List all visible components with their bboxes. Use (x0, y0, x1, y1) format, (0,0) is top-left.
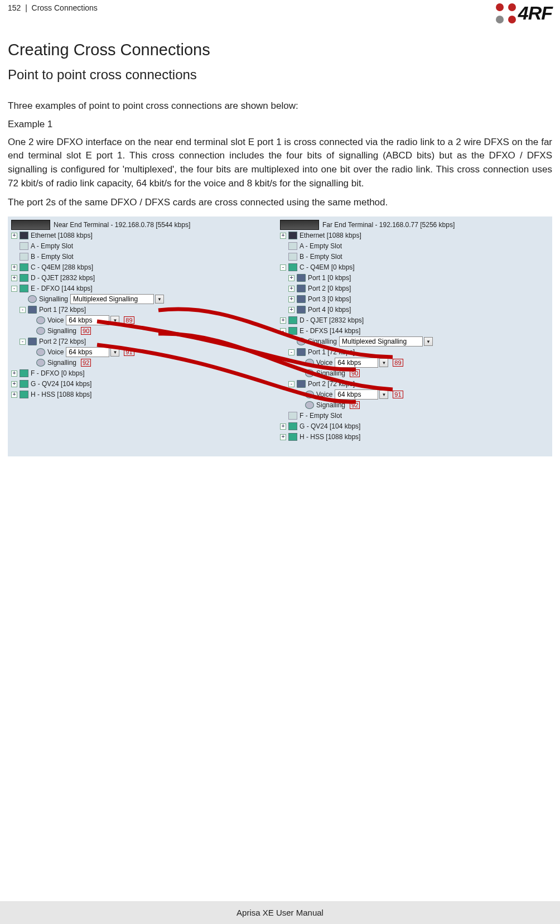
tree-item[interactable]: +H - HSS [1088 kbps] (11, 389, 280, 400)
tree-item[interactable]: +Ethernet [1088 kbps] (11, 230, 280, 241)
tree-item[interactable]: B - Empty Slot (280, 252, 549, 262)
page-footer: Aprisa XE User Manual (0, 901, 560, 924)
signalling-select[interactable] (339, 336, 423, 346)
signalling-sub-row[interactable]: Signalling 92 (11, 358, 280, 368)
tree-item[interactable]: +Ethernet [1088 kbps] (280, 230, 549, 241)
expand-icon[interactable]: + (280, 233, 286, 239)
expand-icon[interactable]: + (288, 307, 295, 313)
card-icon (288, 327, 297, 335)
gear-icon (36, 327, 45, 335)
tree-item[interactable]: -Port 1 [72 kbps] (280, 347, 549, 358)
signalling-sub-row[interactable]: Signalling 90 (11, 326, 280, 336)
voice-select[interactable] (66, 315, 109, 325)
card-icon (20, 391, 28, 398)
tree-root[interactable]: Near End Terminal - 192.168.0.78 [5544 k… (11, 220, 280, 230)
expand-icon[interactable]: + (288, 286, 295, 292)
chevron-down-icon[interactable]: ▼ (379, 358, 388, 367)
slot-icon (20, 253, 28, 261)
tree-root[interactable]: Far End Terminal - 192.168.0.77 [5256 kb… (280, 220, 549, 230)
port-icon (297, 295, 306, 303)
tree-item[interactable]: +H - HSS [1088 kbps] (280, 432, 549, 442)
footer-text: Aprisa XE User Manual (236, 908, 324, 917)
tree-item[interactable]: A - Empty Slot (11, 241, 280, 252)
card-icon (20, 380, 28, 388)
gear-icon (305, 369, 314, 377)
collapse-icon[interactable]: - (280, 264, 286, 271)
chevron-down-icon[interactable]: ▼ (379, 390, 388, 399)
tree-item[interactable]: -C - Q4EM [0 kbps] (280, 262, 549, 273)
heading-2: Point to point cross connections (8, 67, 552, 83)
conn-badge: 90 (350, 369, 360, 377)
card-icon (20, 263, 28, 271)
screenshot-panel: Near End Terminal - 192.168.0.78 [5544 k… (8, 216, 552, 456)
expand-icon[interactable]: + (11, 381, 17, 387)
tree-item[interactable]: +G - QV24 [104 kbps] (11, 379, 280, 389)
tree-item[interactable]: B - Empty Slot (11, 252, 280, 262)
ethernet-icon (288, 232, 297, 239)
chevron-down-icon[interactable]: ▼ (110, 348, 119, 357)
voice-row[interactable]: Voice ▼ 89 (11, 315, 280, 326)
collapse-icon[interactable]: - (288, 381, 295, 387)
tree-item[interactable]: +Port 4 [0 kbps] (280, 305, 549, 315)
signalling-sub-row[interactable]: Signalling 92 (280, 400, 549, 411)
tree-item[interactable]: +D - QJET [2832 kbps] (280, 315, 549, 326)
port-icon (297, 306, 306, 314)
tree-item[interactable]: -E - DFXO [144 kbps] (11, 283, 280, 294)
collapse-icon[interactable]: - (20, 339, 26, 345)
expand-icon[interactable]: + (11, 264, 17, 271)
slot-icon (288, 242, 297, 250)
signalling-select[interactable] (70, 294, 154, 304)
chevron-down-icon[interactable]: ▼ (155, 295, 164, 304)
tree-item[interactable]: A - Empty Slot (280, 241, 549, 252)
tree-item[interactable]: -Port 1 [72 kbps] (11, 305, 280, 315)
tree-item[interactable]: -Port 2 [72 kbps] (11, 336, 280, 347)
card-icon (288, 263, 297, 271)
tree-item[interactable]: F - Empty Slot (280, 411, 549, 421)
expand-icon[interactable]: + (288, 275, 295, 281)
expand-icon[interactable]: + (280, 317, 286, 324)
slot-icon (288, 412, 297, 420)
collapse-icon[interactable]: - (280, 328, 286, 334)
chevron-down-icon[interactable]: ▼ (110, 316, 119, 325)
tree-item[interactable]: +D - QJET [2832 kbps] (11, 273, 280, 283)
chevron-down-icon[interactable]: ▼ (424, 337, 433, 346)
tree-item[interactable]: +Port 2 [0 kbps] (280, 283, 549, 294)
conn-badge: 89 (124, 316, 134, 324)
expand-icon[interactable]: + (288, 296, 295, 302)
expand-icon[interactable]: + (280, 434, 286, 440)
collapse-icon[interactable]: - (20, 307, 26, 313)
page-header: 152 | Cross Connections 4RF (0, 0, 560, 24)
card-icon (288, 422, 297, 430)
gear-icon (36, 348, 45, 356)
conn-badge: 91 (124, 348, 134, 356)
intro-text: Three examples of point to point cross c… (8, 99, 552, 113)
voice-select[interactable] (335, 358, 378, 368)
tree-item[interactable]: +Port 3 [0 kbps] (280, 294, 549, 305)
expand-icon[interactable]: + (280, 424, 286, 430)
tree-item[interactable]: +F - DFXO [0 kbps] (11, 368, 280, 379)
voice-row[interactable]: Voice ▼ 91 (11, 347, 280, 358)
signalling-row[interactable]: Signalling ▼ (280, 336, 549, 347)
collapse-icon[interactable]: - (11, 286, 17, 292)
voice-row[interactable]: Voice ▼ 89 (280, 358, 549, 368)
tree-item[interactable]: +G - QV24 [104 kbps] (280, 421, 549, 432)
signalling-row[interactable]: Signalling ▼ (11, 294, 280, 305)
terminal-thumb-icon (280, 220, 319, 230)
tree-item[interactable]: -Port 2 [72 kbps] (280, 379, 549, 389)
expand-icon[interactable]: + (11, 392, 17, 398)
expand-icon[interactable]: + (11, 233, 17, 239)
expand-icon[interactable]: + (11, 275, 17, 281)
tree-item[interactable]: +C - Q4EM [288 kbps] (11, 262, 280, 273)
collapse-icon[interactable]: - (288, 349, 295, 355)
voice-row[interactable]: Voice ▼ 91 (280, 389, 549, 400)
port-icon (297, 274, 306, 282)
conn-badge: 92 (81, 359, 91, 367)
signalling-sub-row[interactable]: Signalling 90 (280, 368, 549, 379)
gear-icon (305, 359, 314, 367)
voice-select[interactable] (66, 347, 109, 357)
tree-item[interactable]: +Port 1 [0 kbps] (280, 273, 549, 283)
voice-select[interactable] (335, 389, 378, 400)
conn-badge: 89 (393, 359, 403, 367)
tree-item[interactable]: -E - DFXS [144 kbps] (280, 326, 549, 336)
expand-icon[interactable]: + (11, 370, 17, 377)
